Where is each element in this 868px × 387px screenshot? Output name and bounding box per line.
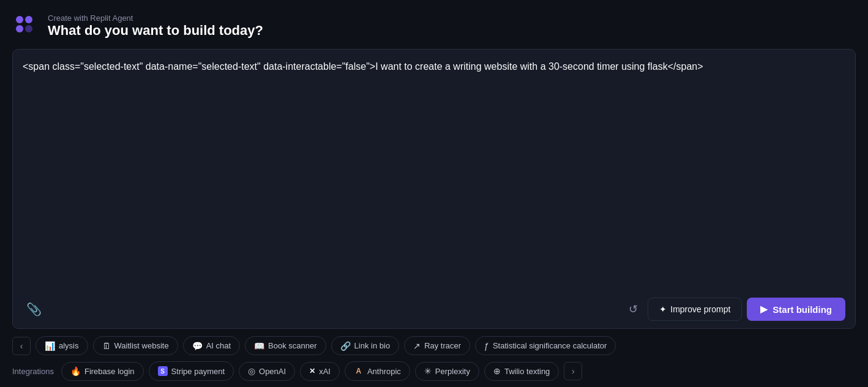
integration-twilio-label: Twilio texting bbox=[504, 367, 550, 376]
integration-perplexity-label: Perplexity bbox=[435, 367, 470, 376]
attach-button[interactable]: 📎 bbox=[23, 298, 45, 320]
improve-prompt-label: Improve prompt bbox=[670, 304, 730, 314]
integrations-label: Integrations bbox=[12, 367, 54, 376]
header-title: What do you want to build today? bbox=[48, 23, 263, 39]
firebase-icon: 🔥 bbox=[70, 367, 81, 375]
chips-prev-button[interactable]: ‹ bbox=[12, 337, 31, 355]
replit-logo bbox=[12, 12, 39, 39]
chip-waitlist[interactable]: 🗓 Waitlist website bbox=[93, 336, 178, 355]
integrations-row: Integrations 🔥 Firebase login S Stripe p… bbox=[12, 361, 856, 381]
chip-waitlist-label: Waitlist website bbox=[114, 341, 169, 350]
start-building-label: Start building bbox=[773, 304, 832, 315]
waitlist-icon: 🗓 bbox=[102, 342, 111, 350]
integration-anthropic-label: Anthropic bbox=[367, 367, 401, 376]
link-icon: 🔗 bbox=[340, 342, 351, 350]
improve-prompt-button[interactable]: ✦ Improve prompt bbox=[648, 298, 742, 321]
paperclip-icon: 📎 bbox=[26, 302, 42, 317]
perplexity-icon: ✳ bbox=[424, 367, 432, 375]
sparkle-icon: ✦ bbox=[659, 304, 667, 314]
svg-point-2 bbox=[16, 25, 23, 32]
ray-tracer-icon: ↗ bbox=[413, 342, 421, 350]
chip-analysis[interactable]: 📊 alysis bbox=[36, 336, 88, 355]
chip-ai-chat[interactable]: 💬 AI chat bbox=[183, 336, 240, 355]
integration-twilio[interactable]: ⊕ Twilio texting bbox=[484, 362, 559, 381]
input-bottom-bar: 📎 ↺ ✦ Improve prompt ▶ Start building bbox=[23, 298, 845, 321]
right-actions: ↺ ✦ Improve prompt ▶ Start building bbox=[624, 298, 845, 321]
integrations-next-button[interactable]: › bbox=[564, 362, 582, 380]
book-icon: 📖 bbox=[254, 342, 264, 350]
xai-icon: ✕ bbox=[309, 367, 315, 375]
svg-point-3 bbox=[25, 25, 32, 32]
analysis-icon: 📊 bbox=[45, 342, 55, 350]
integration-xai-label: xAI bbox=[319, 367, 331, 376]
main-input-container: <span class="selected-text" data-name="s… bbox=[12, 49, 856, 329]
header: Create with Replit Agent What do you wan… bbox=[12, 12, 856, 39]
chip-ai-chat-label: AI chat bbox=[206, 341, 231, 350]
start-building-button[interactable]: ▶ Start building bbox=[747, 298, 845, 321]
integration-firebase[interactable]: 🔥 Firebase login bbox=[61, 362, 144, 381]
prompt-input[interactable]: <span class="selected-text" data-name="s… bbox=[23, 59, 845, 293]
header-text: Create with Replit Agent What do you wan… bbox=[48, 13, 263, 39]
anthropic-icon: A bbox=[354, 366, 364, 376]
undo-button[interactable]: ↺ bbox=[624, 298, 643, 321]
chip-book-scanner-label: Book scanner bbox=[268, 341, 317, 350]
openai-icon: ◎ bbox=[248, 367, 255, 375]
svg-point-1 bbox=[25, 16, 32, 23]
send-icon: ▶ bbox=[760, 304, 768, 315]
header-subtitle: Create with Replit Agent bbox=[48, 13, 263, 23]
integration-openai[interactable]: ◎ OpenAI bbox=[239, 362, 295, 381]
chip-analysis-label: alysis bbox=[59, 341, 79, 350]
integration-anthropic[interactable]: A Anthropic bbox=[345, 361, 410, 381]
chip-ray-tracer[interactable]: ↗ Ray tracer bbox=[404, 336, 470, 355]
chips-row: ‹ 📊 alysis 🗓 Waitlist website 💬 AI chat … bbox=[12, 336, 856, 355]
integration-perplexity[interactable]: ✳ Perplexity bbox=[415, 362, 479, 381]
chip-link-in-bio-label: Link in bio bbox=[354, 341, 391, 350]
chat-icon: 💬 bbox=[192, 342, 203, 350]
chip-ray-tracer-label: Ray tracer bbox=[424, 341, 461, 350]
chip-stat-sig-label: Statistical significance calculator bbox=[493, 341, 607, 350]
undo-icon: ↺ bbox=[629, 302, 638, 316]
chip-book-scanner[interactable]: 📖 Book scanner bbox=[245, 336, 326, 355]
integration-firebase-label: Firebase login bbox=[84, 367, 135, 376]
chip-link-in-bio[interactable]: 🔗 Link in bio bbox=[331, 336, 400, 355]
integration-xai[interactable]: ✕ xAI bbox=[300, 362, 340, 381]
twilio-icon: ⊕ bbox=[493, 367, 501, 375]
chip-stat-sig[interactable]: ƒ Statistical significance calculator bbox=[475, 336, 616, 355]
svg-point-0 bbox=[16, 16, 23, 23]
stat-sig-icon: ƒ bbox=[484, 342, 489, 350]
integration-stripe-label: Stripe payment bbox=[171, 367, 225, 376]
integration-openai-label: OpenAI bbox=[259, 367, 286, 376]
stripe-icon: S bbox=[158, 366, 168, 376]
integration-stripe[interactable]: S Stripe payment bbox=[149, 361, 234, 381]
